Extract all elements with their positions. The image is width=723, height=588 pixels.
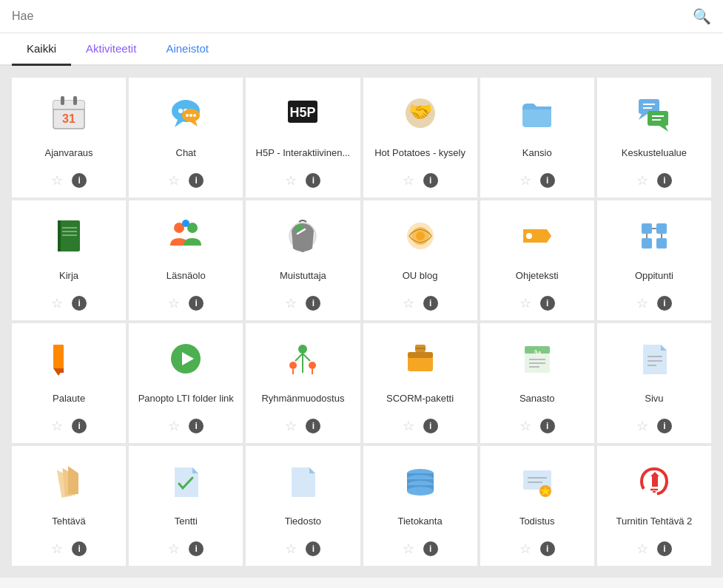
star-icon-muistuttaja[interactable]: ☆ <box>285 295 297 311</box>
search-input[interactable] <box>12 10 693 23</box>
info-icon-sanasto[interactable]: i <box>540 419 555 433</box>
info-icon-chat[interactable]: i <box>189 173 204 188</box>
tab-aktiviteetit[interactable]: Aktiviteetit <box>71 33 151 66</box>
grid-item-oppitunti[interactable]: Oppitunti ☆ i <box>597 200 711 320</box>
grid-item-ou-blog[interactable]: OU blog ☆ i <box>363 200 477 320</box>
grid-item-tentti[interactable]: Tentti ☆ i <box>129 446 243 566</box>
grid-item-lasnaoло[interactable]: Läsnäolo ☆ i <box>129 200 243 320</box>
info-icon-palaute[interactable]: i <box>72 419 87 433</box>
item-label-oppitunti: Oppitunti <box>635 264 673 288</box>
star-icon-hot-potatoes[interactable]: ☆ <box>403 172 414 189</box>
grid-item-tehtava[interactable]: Tehtävä ☆ i <box>12 446 126 566</box>
info-icon-muistuttaja[interactable]: i <box>306 296 320 311</box>
info-icon-sivu[interactable]: i <box>657 419 672 433</box>
info-icon-h5p[interactable]: i <box>306 173 320 188</box>
star-icon-keskustelualue[interactable]: ☆ <box>636 172 648 189</box>
star-icon-oppitunti[interactable]: ☆ <box>636 295 648 311</box>
grid-item-palaute[interactable]: Palaute ☆ i <box>12 323 126 443</box>
star-icon-ryhmanmuodostus[interactable]: ☆ <box>285 418 297 434</box>
star-icon-chat[interactable]: ☆ <box>168 172 180 189</box>
item-label-todistus: Todistus <box>519 510 555 533</box>
grid-item-keskustelualue[interactable]: Keskustelualue ☆ i <box>597 78 711 197</box>
star-icon-sanasto[interactable]: ☆ <box>519 418 531 434</box>
info-icon-tietokanta[interactable]: i <box>423 541 438 556</box>
star-icon-sivu[interactable]: ☆ <box>636 418 648 434</box>
star-icon-palaute[interactable]: ☆ <box>51 418 63 434</box>
star-icon-turnitin[interactable]: ☆ <box>636 541 648 557</box>
item-actions-keskustelualue: ☆ i <box>636 172 672 189</box>
grid-item-chat[interactable]: Chat ☆ i <box>129 78 243 197</box>
activity-grid: 31 Ajanvaraus ☆ i Chat ☆ <box>0 66 723 578</box>
star-icon-kansio[interactable]: ☆ <box>519 172 531 189</box>
grid-item-ryhmanmuodostus[interactable]: Ryhmänmuodostus ☆ i <box>246 323 360 443</box>
search-icon: 🔍 <box>693 7 711 25</box>
svg-rect-65 <box>408 352 433 358</box>
svg-rect-44 <box>656 223 667 234</box>
item-actions-sivu: ☆ i <box>636 418 672 434</box>
svg-point-35 <box>182 220 189 227</box>
info-icon-tentti[interactable]: i <box>189 541 204 556</box>
star-icon-tiedosto[interactable]: ☆ <box>285 541 297 557</box>
star-icon-todistus[interactable]: ☆ <box>519 541 531 557</box>
item-icon-tietokanta <box>400 461 441 502</box>
star-icon-scorm[interactable]: ☆ <box>403 418 414 434</box>
svg-rect-45 <box>642 238 652 249</box>
item-actions-panopto: ☆ i <box>168 418 204 434</box>
star-icon-panopto[interactable]: ☆ <box>168 418 180 434</box>
star-icon-ajanvaraus[interactable]: ☆ <box>51 172 63 189</box>
star-icon-ohjeteksti[interactable]: ☆ <box>519 295 531 311</box>
item-label-tehtava: Tehtävä <box>52 510 86 533</box>
item-icon-muistuttaja <box>282 215 323 257</box>
info-icon-tehtava[interactable]: i <box>72 541 87 556</box>
grid-item-todistus[interactable]: Todistus ☆ i <box>480 446 594 566</box>
grid-item-tietokanta[interactable]: Tietokanta ☆ i <box>363 446 477 566</box>
svg-text:31: 31 <box>62 112 75 125</box>
svg-rect-3 <box>61 96 64 105</box>
info-icon-lasnaoло[interactable]: i <box>189 296 204 311</box>
tab-aineistot[interactable]: Aineistot <box>151 33 223 66</box>
info-icon-kirja[interactable]: i <box>72 296 87 311</box>
info-icon-todistus[interactable]: i <box>540 541 555 556</box>
grid-item-turnitin[interactable]: Turnitin Tehtävä 2 ☆ i <box>597 446 711 566</box>
info-icon-keskustelualue[interactable]: i <box>657 173 672 188</box>
star-icon-tehtava[interactable]: ☆ <box>51 541 63 557</box>
tab-kaikki[interactable]: Kaikki <box>12 33 71 66</box>
grid-item-ohjeteksti[interactable]: Ohjeteksti ☆ i <box>480 200 594 320</box>
info-icon-oppitunti[interactable]: i <box>657 296 672 311</box>
info-icon-kansio[interactable]: i <box>540 173 555 188</box>
star-icon-h5p[interactable]: ☆ <box>285 172 297 189</box>
info-icon-panopto[interactable]: i <box>189 419 204 433</box>
svg-rect-43 <box>642 223 652 234</box>
star-icon-kirja[interactable]: ☆ <box>51 295 63 311</box>
grid-item-tiedosto[interactable]: Tiedosto ☆ i <box>246 446 360 566</box>
grid-item-h5p[interactable]: H5P H5P - Interaktiivinen... ☆ i <box>246 78 360 197</box>
item-icon-sanasto: Aa <box>517 338 558 379</box>
item-actions-todistus: ☆ i <box>519 541 555 557</box>
grid-item-kirja[interactable]: Kirja ☆ i <box>12 200 126 320</box>
star-icon-lasnaoло[interactable]: ☆ <box>168 295 180 311</box>
grid-item-sanasto[interactable]: Aa Sanasto ☆ i <box>480 323 594 443</box>
info-icon-ohjeteksti[interactable]: i <box>540 296 555 311</box>
grid-item-kansio[interactable]: Kansio ☆ i <box>480 78 594 197</box>
grid-item-ajanvaraus[interactable]: 31 Ajanvaraus ☆ i <box>12 78 126 197</box>
star-icon-ou-blog[interactable]: ☆ <box>403 295 414 311</box>
info-icon-turnitin[interactable]: i <box>657 541 672 556</box>
info-icon-ryhmanmuodostus[interactable]: i <box>306 419 320 433</box>
svg-rect-28 <box>58 220 80 251</box>
info-icon-scorm[interactable]: i <box>423 419 438 433</box>
grid-item-hot-potatoes[interactable]: 🤝 Hot Potatoes - kysely ☆ i <box>363 78 477 197</box>
star-icon-tietokanta[interactable]: ☆ <box>403 541 414 557</box>
info-icon-ou-blog[interactable]: i <box>423 296 438 311</box>
svg-marker-23 <box>659 126 668 132</box>
info-icon-tiedosto[interactable]: i <box>306 541 320 556</box>
grid-item-panopto[interactable]: Panopto LTI folder link ☆ i <box>129 323 243 443</box>
grid-item-scorm[interactable]: SCORM-paketti ☆ i <box>363 323 477 443</box>
svg-point-13 <box>189 114 192 117</box>
grid-item-muistuttaja[interactable]: Muistuttaja ☆ i <box>246 200 360 320</box>
item-actions-hot-potatoes: ☆ i <box>403 172 438 189</box>
item-icon-ryhmanmuodostus <box>282 338 323 379</box>
grid-item-sivu[interactable]: Sivu ☆ i <box>597 323 711 443</box>
info-icon-ajanvaraus[interactable]: i <box>72 173 87 188</box>
info-icon-hot-potatoes[interactable]: i <box>423 173 438 188</box>
star-icon-tentti[interactable]: ☆ <box>168 541 180 557</box>
